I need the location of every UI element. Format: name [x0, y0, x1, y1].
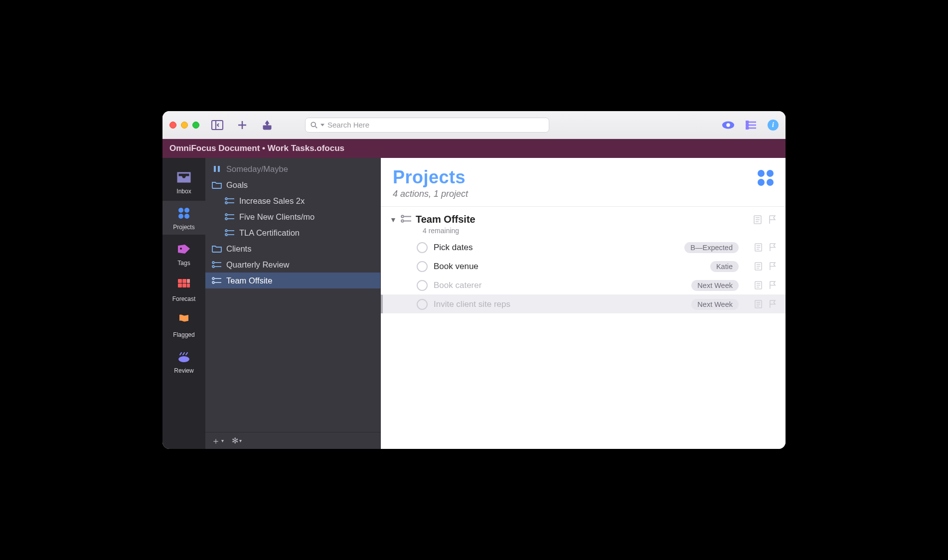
outline-item-five-new-clients[interactable]: Five New Clients/mo: [205, 209, 380, 225]
flag-outline-icon[interactable]: [769, 243, 777, 252]
outline-item-increase-sales[interactable]: Increase Sales 2x: [205, 193, 380, 209]
task-checkbox[interactable]: [417, 280, 428, 291]
perspective-flagged[interactable]: Flagged: [162, 308, 205, 342]
zoom-window-button[interactable]: [192, 122, 199, 129]
outline-label: Quarterly Review: [226, 260, 290, 270]
task-tag-badge[interactable]: Katie: [710, 261, 739, 272]
note-icon[interactable]: [755, 300, 762, 308]
svg-marker-7: [320, 124, 324, 126]
toolbar-right: i: [722, 119, 779, 132]
project-icon: [224, 228, 235, 237]
add-button[interactable]: [235, 118, 249, 132]
inbox-icon: [176, 170, 191, 185]
task-row[interactable]: Invite client site reps Next Week: [381, 294, 786, 313]
note-icon[interactable]: [755, 243, 762, 252]
svg-point-43: [212, 266, 214, 268]
page-title: Projects: [393, 167, 468, 188]
search-input[interactable]: [327, 121, 544, 129]
perspective-review[interactable]: Review: [162, 344, 205, 378]
svg-point-42: [212, 262, 214, 264]
perspective-label: Projects: [173, 224, 194, 231]
svg-point-13: [746, 121, 749, 123]
body: Inbox Projects Tags Forecast: [162, 158, 786, 449]
svg-rect-23: [187, 279, 190, 283]
task-checkbox[interactable]: [417, 299, 428, 310]
project-icon: [224, 196, 235, 205]
search-field[interactable]: [305, 118, 549, 133]
task-row[interactable]: Book caterer Next Week: [381, 276, 786, 294]
svg-point-20: [180, 248, 182, 250]
flag-outline-icon[interactable]: [769, 300, 777, 308]
svg-point-39: [225, 234, 227, 236]
svg-point-30: [225, 198, 227, 200]
cleanup-button[interactable]: [260, 118, 274, 132]
project-header[interactable]: ▼ Team Offsite: [381, 207, 786, 227]
svg-point-18: [178, 214, 183, 219]
project-remaining: 4 remaining: [381, 227, 786, 238]
svg-point-17: [184, 208, 189, 213]
perspective-forecast[interactable]: Forecast: [162, 273, 205, 306]
task-title: Pick dates: [434, 243, 533, 253]
task-tag-badge[interactable]: Next Week: [691, 280, 739, 291]
outline-item-goals[interactable]: Goals: [205, 177, 380, 193]
perspective-inbox[interactable]: Inbox: [162, 165, 205, 199]
outline-label: Increase Sales 2x: [239, 196, 305, 206]
note-icon[interactable]: [754, 215, 762, 224]
inspector-button[interactable]: [745, 119, 758, 132]
svg-line-6: [316, 126, 317, 128]
svg-rect-26: [187, 283, 190, 287]
task-row[interactable]: Pick dates B—Expected: [381, 238, 786, 257]
outline-item-quarterly-review[interactable]: Quarterly Review: [205, 257, 380, 273]
outline-footer: ＋▾ ✻▾: [205, 432, 380, 449]
task-trailing: [745, 281, 777, 289]
disclosure-triangle-icon[interactable]: ▼: [390, 216, 397, 224]
svg-point-46: [212, 278, 214, 280]
svg-rect-21: [178, 279, 182, 283]
flag-outline-icon[interactable]: [769, 262, 777, 271]
outline-add-button[interactable]: ＋▾: [211, 436, 224, 445]
task-title: Book venue: [434, 262, 533, 272]
note-icon[interactable]: [755, 262, 762, 271]
task-checkbox[interactable]: [417, 261, 428, 272]
perspective-tags[interactable]: Tags: [162, 237, 205, 271]
perspective-label: Inbox: [176, 188, 191, 195]
window-controls: [169, 122, 199, 129]
document-path-text: OmniFocus Document • Work Tasks.ofocus: [169, 143, 344, 153]
outline-item-tla-cert[interactable]: TLA Certification: [205, 225, 380, 241]
project-icon: [224, 212, 235, 221]
task-title: Invite client site reps: [434, 299, 533, 309]
info-button[interactable]: i: [768, 120, 779, 131]
svg-point-34: [225, 214, 227, 216]
flag-outline-icon[interactable]: [769, 281, 777, 289]
svg-point-5: [311, 122, 316, 127]
outline-rows: Someday/Maybe Goals Increase Sales 2x Fi…: [205, 158, 380, 432]
flag-outline-icon[interactable]: [769, 215, 777, 224]
search-icon: [311, 122, 317, 129]
svg-rect-25: [182, 283, 186, 287]
task-row[interactable]: Book venue Katie: [381, 257, 786, 276]
app-window: i OmniFocus Document • Work Tasks.ofocus…: [162, 111, 786, 449]
outline-item-clients[interactable]: Clients: [205, 241, 380, 257]
chevron-down-icon: [320, 123, 324, 127]
project-icon: [401, 215, 412, 225]
view-button[interactable]: [722, 119, 735, 132]
note-icon[interactable]: [755, 281, 762, 289]
minimize-window-button[interactable]: [181, 122, 188, 129]
folder-icon: [211, 180, 222, 189]
svg-rect-22: [182, 279, 186, 283]
gear-icon: ✻: [232, 436, 238, 445]
outline-label: Someday/Maybe: [226, 164, 288, 174]
project-outline: Someday/Maybe Goals Increase Sales 2x Fi…: [205, 158, 381, 449]
project-icon: [211, 260, 222, 269]
outline-action-button[interactable]: ✻▾: [232, 436, 242, 445]
toggle-sidebar-button[interactable]: [210, 118, 224, 132]
task-tag-badge[interactable]: Next Week: [691, 299, 739, 310]
outline-item-team-offsite[interactable]: Team Offsite: [205, 273, 380, 288]
outline-label: Team Offsite: [226, 276, 272, 285]
outline-item-someday[interactable]: Someday/Maybe: [205, 161, 380, 177]
close-window-button[interactable]: [169, 122, 176, 129]
perspective-projects[interactable]: Projects: [162, 201, 205, 235]
task-tag-badge[interactable]: B—Expected: [684, 242, 739, 253]
flag-icon: [176, 313, 191, 328]
task-checkbox[interactable]: [417, 242, 428, 253]
